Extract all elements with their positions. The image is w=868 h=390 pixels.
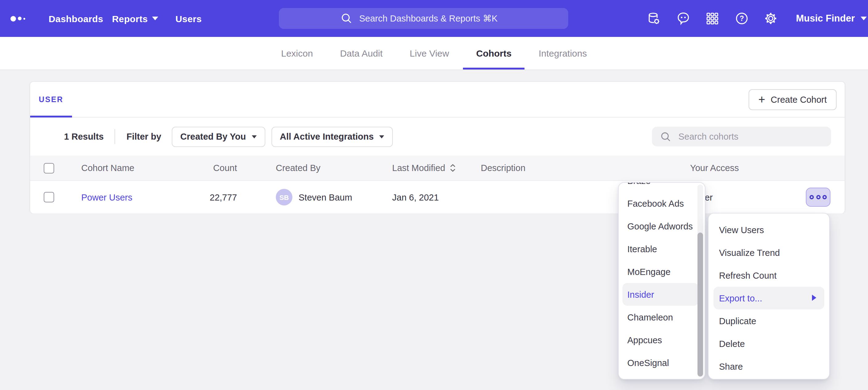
cohorts-card: USER + Create Cohort 1 Results Filter by… bbox=[30, 81, 845, 213]
tab-cohorts[interactable]: Cohorts bbox=[475, 37, 513, 69]
col-cohort-name: Cohort Name bbox=[81, 156, 134, 180]
global-search-input[interactable] bbox=[358, 13, 507, 24]
menu-item-chameleon[interactable]: Chameleon bbox=[619, 306, 705, 328]
scrollbar-thumb[interactable] bbox=[698, 232, 703, 377]
nav-reports-label: Reports bbox=[112, 13, 148, 24]
table-header-row: Cohort Name Count Created By Last Modifi… bbox=[30, 156, 845, 181]
tab-user-label: USER bbox=[39, 95, 63, 104]
export-to-submenu: Braze Facebook Ads Google Adwords Iterab… bbox=[618, 182, 706, 380]
export-to-label: Export to... bbox=[719, 293, 762, 303]
menu-item-onesignal[interactable]: OneSignal bbox=[619, 351, 705, 374]
project-name: Music Finder bbox=[796, 13, 855, 24]
avatar: SB bbox=[276, 189, 292, 205]
chevron-down-icon bbox=[860, 17, 866, 20]
nav-users-label: Users bbox=[176, 13, 202, 24]
menu-item-duplicate[interactable]: Duplicate bbox=[709, 310, 829, 332]
submenu-arrow-icon bbox=[812, 295, 816, 301]
app-grid-icon[interactable] bbox=[705, 11, 720, 26]
filter-by-label: Filter by bbox=[126, 132, 161, 141]
created-by-cell: SB Steven Baum bbox=[276, 181, 352, 214]
dot-icon bbox=[823, 195, 827, 199]
create-cohort-label: Create Cohort bbox=[771, 95, 827, 105]
section-tabbar: Lexicon Data Audit Live View Cohorts Int… bbox=[0, 37, 868, 70]
row-more-actions-button[interactable] bbox=[806, 188, 831, 207]
row-actions-list: View Users Visualize Trend Refresh Count… bbox=[709, 218, 829, 378]
data-settings-icon[interactable] bbox=[646, 11, 661, 26]
last-modified-cell: Jan 6, 2021 bbox=[392, 181, 439, 214]
create-cohort-button[interactable]: + Create Cohort bbox=[749, 89, 837, 110]
tab-lexicon-label: Lexicon bbox=[281, 48, 313, 59]
cohort-count: 22,777 bbox=[188, 181, 237, 214]
tab-integrations-label: Integrations bbox=[539, 48, 587, 59]
tab-lexicon[interactable]: Lexicon bbox=[280, 37, 314, 69]
created-by-filter-dropdown[interactable]: Created By You bbox=[172, 126, 265, 147]
filter-row: 1 Results Filter by Created By You All A… bbox=[30, 118, 845, 156]
menu-item-google-adwords[interactable]: Google Adwords bbox=[619, 215, 705, 237]
menu-item-share[interactable]: Share bbox=[709, 355, 829, 378]
nav-reports[interactable]: Reports bbox=[112, 0, 158, 37]
tab-live-view-label: Live View bbox=[410, 48, 449, 59]
col-description: Description bbox=[481, 156, 525, 180]
export-to-list: Braze Facebook Ads Google Adwords Iterab… bbox=[619, 182, 705, 374]
col-last-modified[interactable]: Last Modified bbox=[392, 156, 457, 180]
chevron-down-icon bbox=[251, 135, 256, 138]
menu-item-insider[interactable]: Insider bbox=[622, 283, 699, 306]
menu-item-appcues[interactable]: Appcues bbox=[619, 328, 705, 351]
global-search-bar[interactable] bbox=[279, 8, 568, 29]
nav-dashboards[interactable]: Dashboards bbox=[49, 0, 103, 37]
menu-item-facebook-ads[interactable]: Facebook Ads bbox=[619, 192, 705, 215]
integrations-filter-label: All Active Integrations bbox=[280, 132, 374, 141]
menu-item-braze[interactable]: Braze bbox=[619, 182, 705, 192]
nav-users[interactable]: Users bbox=[176, 0, 202, 37]
tab-data-audit-label: Data Audit bbox=[340, 48, 382, 59]
menu-item-visualize-trend[interactable]: Visualize Trend bbox=[709, 241, 829, 264]
sort-icon bbox=[450, 163, 457, 173]
tab-data-audit[interactable]: Data Audit bbox=[339, 37, 384, 69]
cohorts-card-header: USER + Create Cohort bbox=[30, 82, 845, 118]
help-icon[interactable]: ? bbox=[735, 11, 749, 26]
divider bbox=[115, 129, 116, 144]
results-count: 1 Results bbox=[64, 132, 104, 141]
row-checkbox[interactable] bbox=[44, 192, 54, 202]
created-by-filter-label: Created By You bbox=[180, 132, 246, 141]
nav-dashboards-label: Dashboards bbox=[49, 13, 103, 24]
row-actions-menu: View Users Visualize Trend Refresh Count… bbox=[708, 213, 830, 380]
menu-item-refresh-count[interactable]: Refresh Count bbox=[709, 264, 829, 287]
col-last-modified-label: Last Modified bbox=[392, 163, 445, 173]
search-icon bbox=[660, 131, 672, 142]
tab-live-view[interactable]: Live View bbox=[408, 37, 450, 69]
integrations-filter-dropdown[interactable]: All Active Integrations bbox=[271, 126, 393, 147]
top-nav: Dashboards Reports Users bbox=[0, 0, 868, 37]
feedback-icon[interactable] bbox=[676, 11, 691, 26]
dot-icon bbox=[809, 195, 814, 199]
col-count: Count bbox=[188, 156, 237, 180]
tab-user-cohorts[interactable]: USER bbox=[30, 82, 72, 117]
tab-integrations[interactable]: Integrations bbox=[537, 37, 588, 69]
col-created-by: Created By bbox=[276, 156, 320, 180]
cohort-search-input[interactable] bbox=[677, 131, 815, 142]
created-by-name: Steven Baum bbox=[299, 192, 352, 202]
settings-icon[interactable] bbox=[763, 11, 778, 26]
table-row[interactable]: Power Users 22,777 SB Steven Baum Jan 6,… bbox=[30, 181, 845, 214]
cohort-name-link[interactable]: Power Users bbox=[81, 192, 132, 202]
search-icon bbox=[340, 12, 352, 25]
mixpanel-logo-icon[interactable] bbox=[10, 0, 25, 37]
svg-text:?: ? bbox=[740, 14, 744, 23]
menu-item-export-to[interactable]: Export to... bbox=[713, 287, 824, 310]
app-viewport: Dashboards Reports Users bbox=[0, 0, 868, 390]
plus-icon: + bbox=[758, 93, 765, 105]
menu-item-moengage[interactable]: MoEngage bbox=[619, 260, 705, 283]
menu-item-view-users[interactable]: View Users bbox=[709, 218, 829, 241]
tab-cohorts-label: Cohorts bbox=[476, 48, 512, 59]
select-all-checkbox[interactable] bbox=[44, 163, 54, 173]
chevron-down-icon bbox=[152, 17, 158, 20]
menu-item-iterable[interactable]: Iterable bbox=[619, 237, 705, 260]
chevron-down-icon bbox=[379, 135, 384, 138]
col-your-access: Your Access bbox=[690, 156, 739, 180]
project-switcher[interactable]: Music Finder bbox=[796, 0, 866, 37]
menu-item-delete[interactable]: Delete bbox=[709, 332, 829, 355]
dot-icon bbox=[816, 195, 820, 199]
cohort-search-bar[interactable] bbox=[652, 127, 831, 147]
